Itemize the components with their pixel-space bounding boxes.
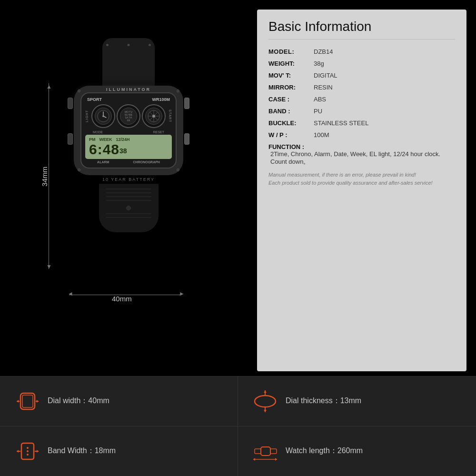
info-panel: Basic Information MODEL: DZB14 WEIGHT: 3… — [257, 10, 466, 371]
dim-arrow-bottom: ▼ — [46, 263, 52, 270]
info-row-weight: WEIGHT: 38g — [268, 60, 455, 67]
svg-point-24 — [27, 454, 29, 456]
svg-rect-31 — [270, 449, 277, 454]
dim-arrow-left: ◄ — [68, 290, 73, 297]
spec-label-band-width: Band Width：18mm — [48, 446, 116, 456]
info-row-movt: MOV' T: DIGITAL — [268, 72, 455, 79]
label-band: BAND : — [268, 108, 314, 115]
value-movt: DIGITAL — [314, 72, 337, 79]
label-case: CASE : — [268, 96, 314, 103]
button-reset[interactable] — [184, 133, 189, 145]
svg-marker-13 — [17, 400, 19, 403]
svg-point-9 — [152, 115, 155, 118]
main-area: ▲ ▼ 34mm — [0, 0, 476, 376]
lcd-seconds: 38 — [119, 147, 127, 155]
spec-label-dial-width: Dial width：40mm — [48, 396, 109, 406]
sub-dial-1 — [91, 104, 115, 128]
value-function: 2Time, Chrono, Alarm, Date, Week, EL lig… — [270, 150, 455, 166]
spec-cell-band-width: Band Width：18mm — [0, 426, 238, 476]
value-buckle: STAINLESS STEEL — [314, 119, 368, 127]
label-light: LIGHT — [85, 110, 89, 122]
watch-area: ▲ ▼ 34mm — [10, 10, 248, 371]
dim-line-vertical — [49, 83, 49, 269]
button-light[interactable] — [68, 98, 73, 109]
svg-marker-18 — [264, 390, 267, 393]
svg-point-23 — [27, 450, 29, 452]
face-brand: SPORT — [87, 97, 102, 102]
disclaimer2: Each product sold to provide quality ass… — [268, 179, 455, 187]
svg-point-3 — [102, 115, 104, 117]
sub-dial-2: MO TU SU WE SA TH FR — [117, 104, 140, 128]
dim-label-height: 34mm — [40, 167, 49, 187]
info-row-model: MODEL: DZB14 — [268, 48, 455, 55]
band-width-icon — [14, 439, 40, 463]
value-band: PU — [314, 108, 322, 115]
spec-cell-dial-thickness: Dial thickness：13mm — [238, 377, 476, 426]
specs-bar: Dial width：40mm Dial thickness：13mm — [0, 376, 476, 476]
spec-label-watch-length: Watch length：260mm — [286, 446, 363, 456]
dial-width-icon — [14, 389, 40, 413]
watch-face: SPORT WR100M LIGHT — [80, 92, 177, 169]
lcd-display: PM WEEK 12/24H 6:48 38 — [85, 135, 172, 159]
info-row-buckle: BUCKLE: STAINLESS STEEL — [268, 119, 455, 127]
value-wp: 100M — [314, 131, 329, 139]
label-movt: MOV' T: — [268, 72, 314, 79]
svg-rect-30 — [255, 449, 261, 454]
dial-thickness-icon — [252, 389, 278, 413]
dim-arrow-right: ► — [179, 290, 185, 297]
svg-marker-33 — [253, 458, 255, 461]
spec-label-dial-thickness: Dial thickness：13mm — [286, 396, 361, 406]
label-mode: MODE — [93, 130, 103, 134]
watch-case: SPORT WR100M LIGHT — [74, 86, 183, 175]
label-reset: RESET — [153, 130, 164, 134]
label-wp: W / P : — [268, 131, 314, 139]
sub-dial-3 — [142, 104, 166, 128]
svg-marker-20 — [264, 410, 267, 412]
label-buckle: BUCKLE: — [268, 119, 314, 127]
label-mirror: MIRROR: — [268, 84, 314, 91]
svg-marker-26 — [17, 450, 19, 453]
info-row-band: BAND : PU — [268, 108, 455, 115]
face-wr: WR100M — [152, 97, 170, 102]
lcd-time: 6:48 — [89, 142, 119, 157]
value-mirror: RESIN — [314, 84, 333, 91]
info-title: Basic Information — [268, 19, 455, 40]
info-row-mirror: MIRROR: RESIN — [268, 84, 455, 91]
battery-label: 10 YEAR BATTERY — [102, 177, 155, 182]
value-case: ABS — [314, 96, 326, 103]
svg-rect-11 — [22, 395, 33, 407]
info-row-case: CASE : ABS — [268, 96, 455, 103]
label-function: FUNCTION : — [268, 143, 304, 150]
label-alarm: ALARM — [97, 160, 109, 164]
brand-label: ILLUMINATOR — [106, 87, 151, 92]
dim-arrow-top: ▲ — [46, 83, 52, 90]
disclaimer1: Manual measurement, if there is an error… — [268, 171, 455, 179]
button-mode[interactable] — [68, 133, 73, 145]
info-row-function: FUNCTION : 2Time, Chrono, Alarm, Date, W… — [268, 143, 455, 166]
button-start[interactable] — [184, 98, 189, 109]
spec-cell-watch-length: Watch length：260mm — [238, 426, 476, 476]
svg-point-22 — [27, 447, 29, 449]
value-weight: 38g — [314, 60, 324, 67]
svg-marker-34 — [275, 458, 277, 461]
svg-marker-15 — [37, 400, 39, 403]
value-model: DZB14 — [314, 48, 333, 55]
watch-length-icon — [252, 439, 278, 463]
face-bottom-row: ALARM CHRONOGRAPH — [85, 160, 172, 164]
face-brand-row: SPORT WR100M — [85, 97, 172, 102]
svg-point-16 — [255, 396, 276, 407]
label-model: MODEL: — [268, 48, 314, 55]
svg-rect-29 — [261, 447, 270, 456]
watch-container: ▲ ▼ 34mm — [38, 29, 219, 352]
strap-bottom — [99, 184, 159, 232]
dim-label-width: 40mm — [112, 295, 132, 303]
label-weight: WEIGHT: — [268, 60, 314, 67]
strap-top — [102, 38, 155, 86]
label-start: START — [169, 109, 172, 122]
label-chrono: CHRONOGRAPH — [133, 160, 160, 164]
info-row-wp: W / P : 100M — [268, 131, 455, 139]
spec-cell-dial-width: Dial width：40mm — [0, 377, 238, 426]
svg-marker-28 — [37, 450, 39, 453]
